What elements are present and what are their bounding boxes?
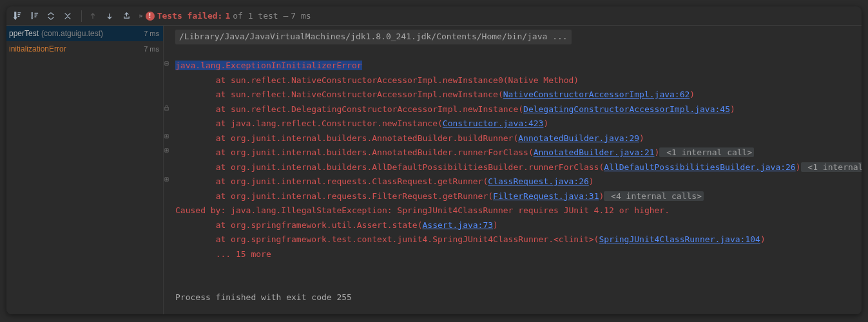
caused-by-line: Caused by: java.lang.IllegalStateExcepti… [175, 204, 862, 218]
node-label: initializationError [9, 44, 66, 53]
more-line: ... 15 more [175, 247, 862, 262]
svg-rect-0 [34, 13, 38, 14]
svg-rect-2 [34, 16, 36, 17]
source-link[interactable]: AnnotatedBuilder.java:21 [534, 147, 655, 157]
stack-frame: at sun.reflect.NativeConstructorAccessor… [175, 73, 862, 88]
console-gutter [164, 30, 174, 310]
sort-alpha-icon[interactable] [10, 9, 24, 23]
run-tool-window: » ! Tests failed: 1 of 1 test – 7 ms ppe… [6, 6, 862, 314]
exception-line: java.lang.ExceptionInInitializerError [175, 59, 862, 73]
test-tree[interactable]: pperTest (com.atguigu.test) 7 ms initial… [6, 26, 164, 314]
stack-frame: at org.junit.internal.requests.ClassRequ… [175, 175, 862, 189]
node-package: (com.atguigu.test) [41, 29, 103, 38]
source-link[interactable]: ClassRequest.java:26 [488, 176, 589, 186]
test-class-node[interactable]: pperTest (com.atguigu.test) 7 ms [6, 26, 163, 41]
stack-frame: at sun.reflect.DelegatingConstructorAcce… [175, 102, 862, 117]
console-lines: /Library/Java/JavaVirtualMachines/jdk1.8… [174, 30, 862, 310]
collapse-all-icon[interactable] [61, 9, 75, 23]
export-icon[interactable] [119, 9, 133, 23]
node-time: 7 ms [140, 30, 159, 37]
test-status: ! Tests failed: 1 of 1 test – 7 ms [146, 11, 311, 21]
prev-failed-icon[interactable] [86, 9, 100, 23]
stack-frame: at org.junit.internal.requests.FilterReq… [175, 189, 862, 204]
stack-frame: at org.junit.internal.builders.AllDefaul… [175, 160, 862, 175]
next-failed-icon[interactable] [102, 9, 117, 23]
internal-call-badge[interactable]: <1 internal call> [801, 162, 862, 172]
status-duration: 7 ms [291, 11, 311, 21]
internal-call-badge[interactable]: <1 internal call> [659, 147, 754, 157]
separator [81, 10, 82, 22]
sort-duration-icon[interactable] [27, 9, 41, 23]
node-time: 7 ms [140, 45, 159, 53]
status-of: of 1 test – [233, 11, 288, 21]
source-link[interactable]: SpringJUnit4ClassRunner.java:104 [599, 234, 760, 244]
internal-call-badge[interactable]: <4 internal calls> [604, 191, 704, 201]
stack-frame: at org.springframework.util.Assert.state… [175, 218, 862, 233]
error-badge-icon: ! [146, 12, 155, 21]
exit-line: Process finished with exit code 255 [175, 290, 862, 305]
stack-frame: at sun.reflect.NativeConstructorAccessor… [175, 88, 862, 102]
stack-frame: at org.junit.internal.builders.Annotated… [175, 146, 862, 160]
expand-icon[interactable] [164, 133, 174, 148]
source-link[interactable]: AllDefaultPossibilitiesBuilder.java:26 [604, 162, 795, 172]
command-line: /Library/Java/JavaVirtualMachines/jdk1.8… [175, 30, 862, 44]
expand-all-icon[interactable] [44, 9, 58, 23]
lock-icon[interactable] [164, 104, 174, 119]
stack-frame: at java.lang.reflect.Constructor.newInst… [175, 117, 862, 131]
status-label: Tests failed: [157, 11, 223, 21]
expand-icon[interactable] [164, 147, 174, 162]
test-method-node[interactable]: initializationError 7 ms [6, 41, 163, 57]
test-toolbar: » ! Tests failed: 1 of 1 test – 7 ms [6, 6, 862, 26]
failed-count: 1 [225, 11, 230, 21]
svg-rect-1 [34, 15, 37, 15]
source-link[interactable]: AnnotatedBuilder.java:29 [518, 133, 639, 143]
chevron-right-icon[interactable]: » [139, 12, 143, 20]
source-link[interactable]: DelegatingConstructorAccessorImpl.java:4… [523, 104, 730, 114]
fold-icon[interactable] [164, 61, 174, 75]
stack-frame: at org.springframework.test.context.juni… [175, 232, 862, 247]
source-link[interactable]: Constructor.java:423 [443, 118, 544, 128]
source-link[interactable]: NativeConstructorAccessorImpl.java:62 [503, 90, 690, 99]
source-link[interactable]: FilterRequest.java:31 [493, 191, 599, 201]
console-output[interactable]: /Library/Java/JavaVirtualMachines/jdk1.8… [164, 26, 862, 314]
node-label: pperTest [9, 29, 39, 38]
source-link[interactable]: Assert.java:73 [423, 220, 494, 230]
stack-frame: at org.junit.internal.builders.Annotated… [175, 131, 862, 146]
expand-icon[interactable] [164, 176, 174, 191]
svg-rect-3 [165, 107, 168, 110]
